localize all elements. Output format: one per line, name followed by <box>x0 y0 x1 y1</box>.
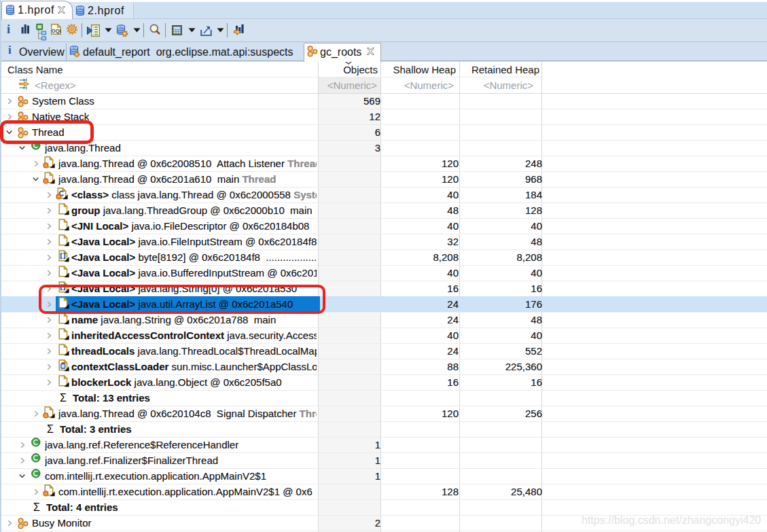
svg-text:OQL: OQL <box>52 28 61 34</box>
